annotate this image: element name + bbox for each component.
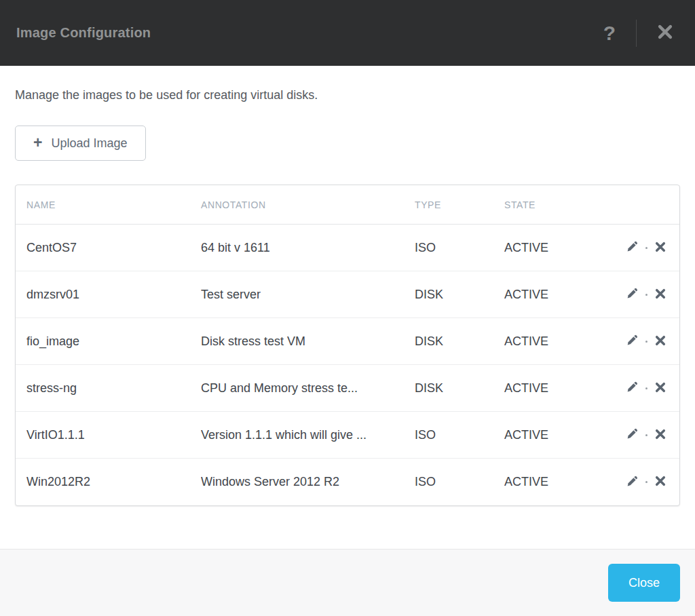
- help-icon: ?: [603, 23, 616, 43]
- cell-name: CentOS7: [26, 241, 201, 255]
- cell-name: Win2012R2: [26, 475, 201, 489]
- row-actions: [594, 474, 667, 490]
- cell-annotation: 64 bit v 1611: [201, 241, 415, 255]
- row-actions: [594, 380, 667, 396]
- pencil-icon: [626, 241, 638, 254]
- cell-name: stress-ng: [26, 381, 201, 396]
- cell-state: ACTIVE: [504, 428, 594, 442]
- delete-row-button[interactable]: [654, 287, 667, 303]
- cell-type: ISO: [415, 241, 504, 255]
- cell-name: VirtIO1.1.1: [26, 428, 201, 442]
- images-table: NAME ANNOTATION TYPE STATE CentOS7 64 bi…: [15, 185, 680, 506]
- x-icon: [655, 242, 666, 254]
- cell-state: ACTIVE: [504, 241, 594, 255]
- cell-state: ACTIVE: [504, 381, 594, 396]
- table-row: stress-ng CPU and Memory stress te... DI…: [16, 365, 679, 412]
- cell-type: DISK: [415, 288, 504, 302]
- edit-row-button[interactable]: [625, 239, 639, 256]
- cell-type: DISK: [415, 381, 504, 396]
- row-actions: [594, 427, 667, 443]
- close-icon: [657, 24, 673, 42]
- help-button[interactable]: ?: [599, 20, 620, 46]
- table-row: VirtIO1.1.1 Version 1.1.1 which will giv…: [16, 412, 679, 459]
- plus-icon: +: [33, 135, 42, 151]
- pencil-icon: [626, 381, 638, 395]
- column-header-annotation: ANNOTATION: [201, 199, 415, 210]
- column-header-type: TYPE: [415, 199, 504, 210]
- dot-separator: [645, 481, 647, 483]
- dot-separator: [645, 341, 647, 343]
- header-divider: [636, 20, 637, 47]
- cell-annotation: CPU and Memory stress te...: [201, 381, 415, 396]
- row-actions: [594, 286, 667, 303]
- x-icon: [655, 382, 666, 395]
- x-icon: [655, 476, 666, 488]
- pencil-icon: [626, 288, 638, 301]
- cell-state: ACTIVE: [504, 475, 594, 489]
- cell-annotation: Disk stress test VM: [201, 334, 415, 349]
- cell-state: ACTIVE: [504, 334, 594, 349]
- table-row: Win2012R2 Windows Server 2012 R2 ISO ACT…: [16, 459, 679, 505]
- delete-row-button[interactable]: [654, 334, 667, 349]
- pencil-icon: [626, 334, 638, 348]
- row-actions: [594, 239, 667, 256]
- table-row: dmzsrv01 Test server DISK ACTIVE: [16, 271, 679, 318]
- header-actions: ?: [599, 20, 677, 47]
- table-row: CentOS7 64 bit v 1611 ISO ACTIVE: [16, 225, 679, 271]
- dialog-footer: Close: [0, 549, 695, 616]
- close-icon-button[interactable]: [653, 21, 677, 45]
- cell-annotation: Windows Server 2012 R2: [201, 475, 415, 489]
- edit-row-button[interactable]: [625, 286, 639, 303]
- image-configuration-dialog: Image Configuration ? Manage the images …: [0, 0, 695, 616]
- cell-state: ACTIVE: [504, 288, 594, 302]
- edit-row-button[interactable]: [625, 333, 639, 349]
- delete-row-button[interactable]: [654, 427, 667, 443]
- cell-name: dmzsrv01: [26, 288, 201, 302]
- column-header-name: NAME: [26, 199, 201, 210]
- dialog-body: Manage the images to be used for creatin…: [0, 66, 695, 549]
- dot-separator: [645, 247, 647, 249]
- table-row: fio_image Disk stress test VM DISK ACTIV…: [16, 318, 679, 365]
- cell-annotation: Version 1.1.1 which will give ...: [201, 428, 415, 442]
- dot-separator: [645, 387, 647, 389]
- cell-type: ISO: [415, 475, 504, 489]
- table-header-row: NAME ANNOTATION TYPE STATE: [16, 185, 679, 225]
- cell-type: ISO: [415, 428, 504, 442]
- close-button[interactable]: Close: [608, 564, 680, 602]
- upload-image-button[interactable]: + Upload Image: [15, 126, 146, 161]
- dot-separator: [645, 294, 647, 296]
- pencil-icon: [626, 476, 638, 489]
- column-header-state: STATE: [504, 199, 594, 210]
- dot-separator: [645, 434, 647, 436]
- x-icon: [655, 429, 666, 442]
- delete-row-button[interactable]: [654, 474, 667, 490]
- edit-row-button[interactable]: [625, 380, 639, 396]
- dialog-header: Image Configuration ?: [0, 0, 695, 66]
- cell-type: DISK: [415, 334, 504, 349]
- upload-image-label: Upload Image: [51, 136, 127, 151]
- edit-row-button[interactable]: [625, 427, 639, 443]
- pencil-icon: [626, 428, 638, 442]
- delete-row-button[interactable]: [654, 381, 667, 396]
- cell-annotation: Test server: [201, 288, 415, 302]
- edit-row-button[interactable]: [625, 474, 639, 490]
- row-actions: [594, 333, 667, 349]
- x-icon: [655, 335, 666, 348]
- cell-name: fio_image: [26, 334, 201, 349]
- delete-row-button[interactable]: [654, 240, 667, 256]
- dialog-title: Image Configuration: [16, 25, 151, 41]
- x-icon: [655, 288, 666, 301]
- dialog-description: Manage the images to be used for creatin…: [15, 88, 680, 102]
